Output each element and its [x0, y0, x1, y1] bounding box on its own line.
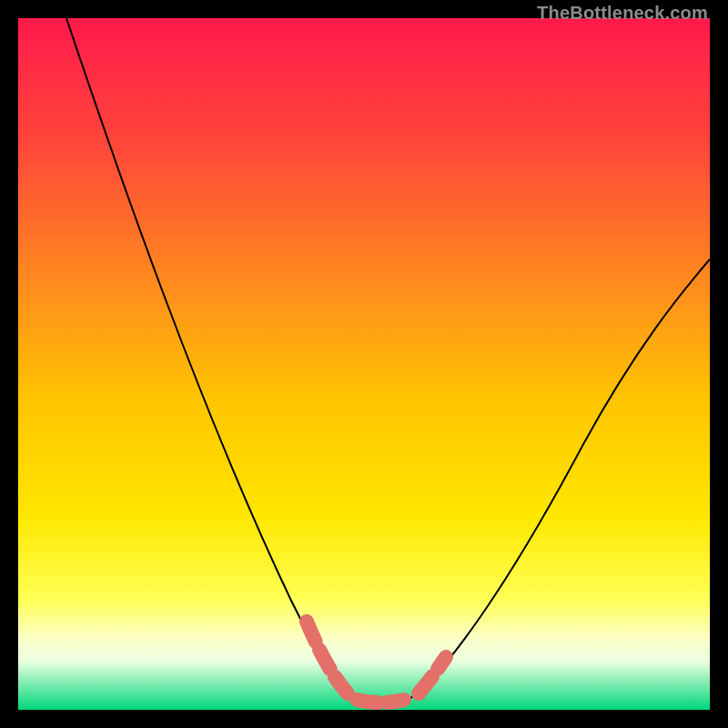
curve-right-branch	[410, 259, 710, 699]
curve-left-branch	[66, 18, 355, 699]
sweet-spot-highlight-mid	[357, 700, 404, 703]
watermark-text: TheBottleneck.com	[537, 3, 708, 24]
chart-frame: TheBottleneck.com	[0, 0, 728, 728]
sweet-spot-highlight-left	[307, 622, 348, 693]
plot-area	[18, 18, 710, 710]
bottleneck-curve	[18, 18, 710, 710]
sweet-spot-highlight-right	[419, 657, 446, 693]
